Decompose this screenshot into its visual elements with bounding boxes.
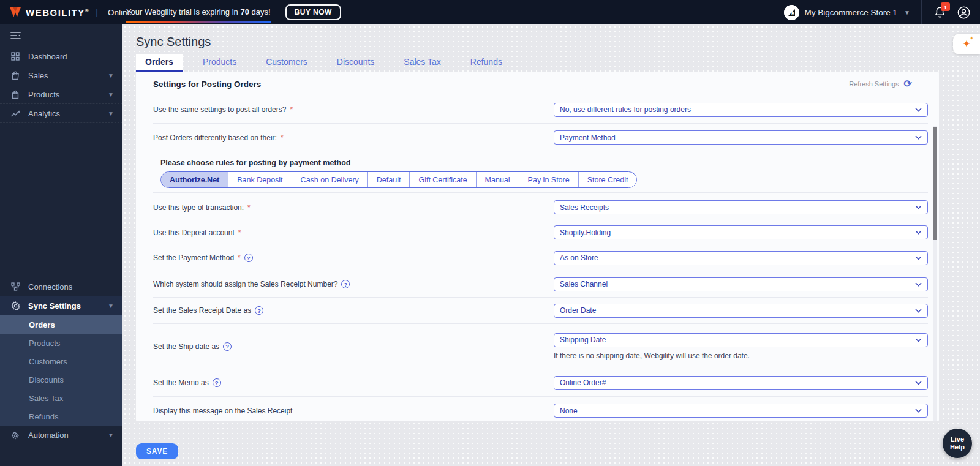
tab-products[interactable]: Products (194, 54, 246, 72)
trial-text: Your Webgility trial is expiring in 70 d… (126, 7, 271, 17)
form-row: Which system should assign the Sales Rec… (153, 271, 928, 298)
sidebar-item-sync-settings[interactable]: Sync Settings ▼ (0, 296, 123, 315)
sidebar-item-connections[interactable]: Connections (0, 277, 123, 296)
section-tabs: Orders Products Customers Discounts Sale… (136, 54, 522, 72)
scrollbar-thumb[interactable] (933, 127, 937, 240)
form-row: Use this Deposit account* Shopify.Holdin… (153, 220, 928, 245)
store-selector[interactable]: B My Bigcommerce Store 1 ▼ (774, 0, 921, 24)
buy-now-button[interactable]: BUY NOW (285, 4, 341, 20)
account-button[interactable] (956, 0, 980, 24)
payment-method-select[interactable]: As on Store (554, 251, 928, 265)
sidebar-item-analytics[interactable]: Analytics ▼ (0, 104, 123, 123)
chevron-down-icon: ▼ (108, 72, 114, 79)
pm-tab-bank-deposit[interactable]: Bank Deposit (228, 172, 292, 187)
payment-method-tabs-row: Authorize.Net Bank Deposit Cash on Deliv… (153, 167, 928, 193)
help-icon[interactable]: ? (213, 378, 221, 387)
refresh-settings-button[interactable]: Refresh Settings ⟳ (849, 79, 928, 89)
pm-tab-cash-on-delivery[interactable]: Cash on Delivery (292, 172, 368, 187)
sidebar-item-label: Products (28, 90, 59, 99)
chevron-down-icon: ▼ (108, 110, 114, 117)
receipt-date-select[interactable]: Order Date (554, 304, 928, 318)
ship-date-select[interactable]: Shipping Date (554, 333, 928, 347)
pm-tab-default[interactable]: Default (368, 172, 410, 187)
select-value: No, use different rules for posting orde… (560, 105, 691, 114)
help-icon[interactable]: ? (341, 280, 350, 288)
panel-heading: Settings for Posting Orders (153, 80, 261, 89)
form-row: Set the Memo as? Online Order# (153, 369, 928, 397)
chevron-down-icon: ▼ (108, 303, 114, 309)
top-bar: WEBGILITY® | Online Your Webgility trial… (0, 0, 980, 24)
tab-orders[interactable]: Orders (136, 54, 183, 72)
row-label: Set the Payment Method*? (153, 254, 554, 262)
collapse-menu-button[interactable] (0, 24, 123, 47)
sidebar-item-label: Sync Settings (28, 301, 81, 310)
analytics-chart-icon (10, 110, 20, 117)
sidebar-item-automation[interactable]: Automation ▼ (0, 426, 123, 445)
sidebar-subitem-products[interactable]: Products (0, 334, 123, 352)
notifications-button[interactable]: 1 (922, 0, 956, 24)
same-settings-select[interactable]: No, use different rules for posting orde… (554, 103, 928, 117)
connections-icon (10, 282, 20, 291)
select-value: Sales Channel (560, 280, 608, 288)
help-icon[interactable]: ? (244, 254, 253, 262)
tab-sales-tax[interactable]: Sales Tax (394, 54, 450, 72)
sidebar-subitem-orders[interactable]: Orders (0, 315, 123, 334)
tab-customers[interactable]: Customers (257, 54, 317, 72)
pm-tab-authorize-net[interactable]: Authorize.Net (161, 172, 228, 187)
live-help-button[interactable]: Live Help (943, 429, 972, 458)
sidebar-fill (0, 445, 123, 466)
sidebar-subitem-customers[interactable]: Customers (0, 352, 123, 370)
subitem-label: Customers (29, 357, 67, 366)
receipt-number-select[interactable]: Sales Channel (554, 277, 928, 291)
settings-panel: Settings for Posting Orders Refresh Sett… (136, 72, 939, 421)
sidebar-subitem-sales-tax[interactable]: Sales Tax (0, 389, 123, 407)
subitem-label: Orders (29, 320, 55, 329)
user-icon (957, 6, 970, 19)
memo-select[interactable]: Online Order# (554, 376, 928, 390)
sidebar-subitem-refunds[interactable]: Refunds (0, 407, 123, 426)
transaction-type-select[interactable]: Sales Receipts (554, 200, 928, 214)
sidebar-item-dashboard[interactable]: Dashboard (0, 47, 123, 66)
deposit-account-select[interactable]: Shopify.Holding (554, 225, 928, 239)
required-asterisk: * (238, 228, 241, 237)
select-value: Payment Method (560, 133, 616, 142)
receipt-message-select[interactable]: None (554, 404, 928, 418)
row-label: Set the Ship date as? (153, 342, 554, 351)
help-icon[interactable]: ? (255, 306, 263, 315)
form-row: Display this message on the Sales Receip… (153, 397, 928, 421)
sidebar-item-sales[interactable]: Sales ▼ (0, 66, 123, 85)
trial-gradient-bar (126, 21, 271, 23)
page-title: Sync Settings (136, 35, 211, 49)
sync-settings-submenu: Orders Products Customers Discounts Sale… (0, 315, 123, 426)
help-icon[interactable]: ? (223, 342, 232, 351)
chevron-down-icon (915, 381, 922, 385)
row-label: Set the Memo as? (153, 378, 554, 387)
chevron-down-icon (915, 205, 922, 209)
subitem-label: Discounts (29, 375, 64, 385)
ai-assistant-tab[interactable]: ✦✦ (953, 34, 980, 54)
sidebar-item-products[interactable]: Products ▼ (0, 85, 123, 104)
required-asterisk: * (290, 105, 293, 114)
store-name: My Bigcommerce Store 1 (805, 8, 898, 17)
sidebar-spacer (0, 123, 123, 277)
payment-rules-label: Please choose rules for posting by payme… (153, 151, 928, 167)
tab-discounts[interactable]: Discounts (328, 54, 383, 72)
save-button[interactable]: SAVE (136, 443, 178, 459)
registered-mark: ® (85, 8, 89, 13)
pm-tab-pay-in-store[interactable]: Pay in Store (519, 172, 579, 187)
pm-tab-manual[interactable]: Manual (477, 172, 519, 187)
sidebar: Dashboard Sales ▼ Products ▼ Analytics ▼… (0, 24, 123, 466)
pm-tab-store-credit[interactable]: Store Credit (579, 172, 637, 187)
gear-icon (10, 301, 20, 310)
required-asterisk: * (247, 203, 251, 212)
select-value: Sales Receipts (560, 203, 609, 212)
form-row: Use this type of transaction:* Sales Rec… (153, 195, 928, 220)
form-row: Set the Sales Receipt Date as? Order Dat… (153, 298, 928, 324)
tab-refunds[interactable]: Refunds (461, 54, 511, 72)
sidebar-subitem-discounts[interactable]: Discounts (0, 370, 123, 389)
main-content: Sync Settings Orders Products Customers … (123, 24, 980, 466)
row-label: Display this message on the Sales Receip… (153, 407, 554, 415)
post-basis-select[interactable]: Payment Method (554, 130, 928, 145)
pm-tab-gift-certificate[interactable]: Gift Certificate (410, 172, 476, 187)
automation-gear-icon (10, 431, 20, 440)
